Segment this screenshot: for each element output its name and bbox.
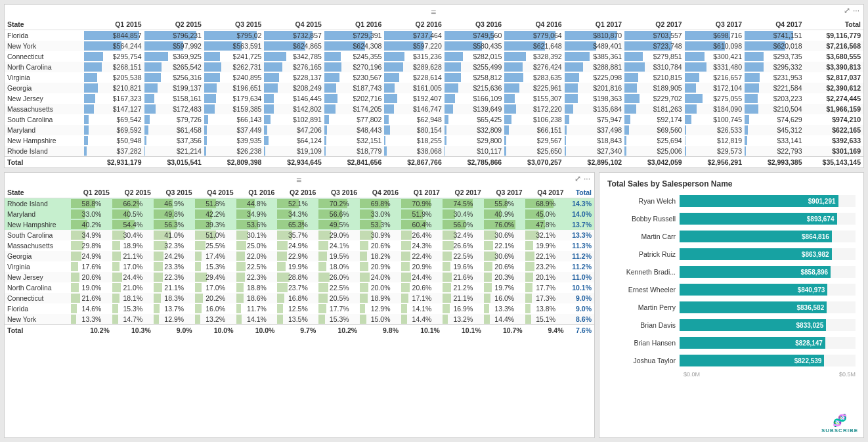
state-cell: Virginia — [5, 72, 84, 83]
more-icon-2[interactable]: ··· — [584, 174, 590, 183]
value-cell: $580,435 — [445, 41, 504, 51]
table-row[interactable]: South Carolina$69,542$79,726$66,143$102,… — [5, 114, 863, 125]
pct-cell: 17.3% — [525, 293, 567, 303]
state-cell: New Hampshire — [5, 135, 84, 146]
pct-cell: 16.0% — [484, 293, 525, 303]
expand-icon-2[interactable]: ⤢ — [575, 174, 581, 183]
top-table-container: State Q1 2015 Q2 2015 Q3 2015 Q4 2015 Q1… — [5, 19, 863, 167]
state-cell: Florida — [5, 30, 84, 41]
table-row[interactable]: Connecticut21.6%18.1%18.3%20.2%18.6%16.8… — [5, 293, 594, 303]
pct-cell: 41.0% — [154, 230, 195, 240]
pct-cell: 19.0% — [71, 282, 112, 293]
table-row[interactable]: Florida14.6%15.3%13.7%16.0%11.7%12.5%17.… — [5, 303, 594, 314]
col-q2-2016: Q2 2016 — [384, 19, 444, 30]
table-row[interactable]: Rhode Island58.8%66.2%46.9%51.8%44.8%52.… — [5, 198, 594, 210]
panel-handle-top[interactable]: ≡ — [5, 5, 863, 19]
table-row[interactable]: New Jersey$167,323$158,161$179,634$146,4… — [5, 93, 863, 104]
table-row[interactable]: New Hampshire$50,948$37,356$39,935$64,12… — [5, 135, 863, 146]
col-q4-2016: Q4 2016 — [504, 19, 564, 30]
value-cell: $810,870 — [565, 30, 624, 41]
value-cell: $276,424 — [504, 62, 564, 72]
chart-person-name: Martin Perry — [607, 303, 680, 311]
value-cell: $240,895 — [204, 72, 264, 83]
value-cell: $26,533 — [685, 125, 745, 135]
total-value: $2,785,866 — [445, 157, 504, 168]
total-cell: $3,680,555 — [804, 51, 863, 62]
value-cell: $215,636 — [445, 83, 504, 93]
bar-chart-rows: Ryan Welch$901,291Bobby Russell$893,674M… — [607, 194, 856, 368]
panel-handle-bottom[interactable]: ≡ — [5, 173, 594, 187]
pct-cell: 15.1% — [525, 314, 567, 325]
value-cell: $245,355 — [324, 51, 384, 62]
value-cell: $192,407 — [384, 93, 444, 104]
total-value: 10.0% — [236, 325, 278, 336]
pct-cell: 24.4% — [112, 272, 154, 282]
table-row[interactable]: South Carolina34.9%30.4%41.0%51.0%30.1%3… — [5, 230, 594, 240]
total-cell: $1,966,159 — [804, 104, 863, 114]
chart-person-name: Joshua Taylor — [607, 357, 680, 365]
bot-col-state: State — [5, 187, 71, 198]
pct-cell: 34.9% — [236, 209, 278, 219]
table-row[interactable]: Virginia17.6%17.0%23.3%15.3%22.5%19.9%18… — [5, 261, 594, 272]
total-pct-cell: 13.3% — [567, 230, 594, 240]
pct-cell: 13.3% — [71, 314, 112, 325]
value-cell: $203,223 — [745, 93, 804, 104]
table-row[interactable]: Virginia$205,538$256,316$240,895$228,137… — [5, 72, 863, 83]
value-cell: $37,282 — [84, 146, 144, 157]
pct-cell: 20.6% — [484, 261, 525, 272]
value-cell: $723,748 — [624, 41, 684, 51]
table-row[interactable]: Massachusetts$147,127$172,483$159,385$14… — [5, 104, 863, 114]
table-row[interactable]: Georgia$210,821$199,137$196,651$208,249$… — [5, 83, 863, 93]
state-cell: Massachusetts — [5, 104, 84, 114]
pct-cell: 20.9% — [360, 261, 401, 272]
table-row[interactable]: North Carolina19.0%21.0%21.1%17.0%18.8%2… — [5, 282, 594, 293]
pct-cell: 22.4% — [401, 251, 443, 261]
table-row[interactable]: Massachusetts29.8%18.9%32.3%25.5%25.0%24… — [5, 240, 594, 251]
total-pct-cell: 9.0% — [567, 303, 594, 314]
pct-cell: 30.9% — [360, 230, 401, 240]
table-row[interactable]: New Jersey20.6%24.4%22.3%29.4%22.3%28.8%… — [5, 272, 594, 282]
total-value: 10.0% — [195, 325, 236, 336]
total-pct-cell: 11.2% — [567, 251, 594, 261]
pct-cell: 51.9% — [401, 209, 443, 219]
total-cell: $974,210 — [804, 114, 863, 125]
pct-cell: 24.4% — [401, 272, 443, 282]
table-row[interactable]: Connecticut$295,754$369,925$241,725$342,… — [5, 51, 863, 62]
value-cell: $22,793 — [745, 146, 804, 157]
more-icon[interactable]: ··· — [853, 6, 859, 15]
pct-cell: 24.9% — [277, 240, 318, 251]
value-cell: $385,361 — [565, 51, 624, 62]
table-row[interactable]: New York13.3%14.7%12.9%13.2%14.1%13.5%15… — [5, 314, 594, 325]
pct-cell: 32.1% — [525, 230, 567, 240]
value-cell: $21,214 — [144, 146, 204, 157]
value-cell: $75,947 — [565, 114, 624, 125]
chart-row: Ryan Welch$901,291 — [607, 194, 856, 208]
total-cell: $622,165 — [804, 125, 863, 135]
pct-cell: 12.9% — [360, 303, 401, 314]
table-row[interactable]: Rhode Island$37,282$21,214$26,238$19,109… — [5, 146, 863, 157]
table-row[interactable]: Maryland33.0%40.5%49.8%42.2%34.9%34.3%56… — [5, 209, 594, 219]
table-row[interactable]: New Hampshire40.2%54.4%56.3%39.3%53.6%65… — [5, 219, 594, 230]
value-cell: $597,220 — [384, 41, 444, 51]
state-cell: Florida — [5, 303, 71, 314]
state-cell: New Jersey — [5, 272, 71, 282]
pct-cell: 19.9% — [525, 240, 567, 251]
total-value: $2,934,645 — [264, 157, 324, 168]
table-row[interactable]: Maryland$69,592$61,458$37,449$47,206$48,… — [5, 125, 863, 135]
expand-icon[interactable]: ⤢ — [844, 6, 850, 15]
table-row[interactable]: New York$564,244$597,992$563,591$624,865… — [5, 41, 863, 51]
pct-cell: 18.1% — [112, 293, 154, 303]
top-panel: ≡ ⤢ ··· State Q1 2015 Q2 2015 Q3 2015 Q4… — [4, 4, 864, 168]
value-cell: $796,231 — [144, 30, 204, 41]
table-row[interactable]: North Carolina$268,151$265,542$262,731$2… — [5, 62, 863, 72]
chart-bar: $863,982 — [680, 248, 832, 260]
pct-cell: 13.8% — [525, 303, 567, 314]
value-cell: $158,161 — [144, 93, 204, 104]
value-cell: $293,735 — [745, 51, 804, 62]
table-row[interactable]: Florida$844,857$796,231$795,02$732,857$7… — [5, 30, 863, 41]
chart-person-name: Martin Carr — [607, 232, 680, 240]
table-row[interactable]: Georgia24.9%21.1%24.2%17.4%22.0%22.9%19.… — [5, 251, 594, 261]
value-cell: $258,812 — [445, 72, 504, 83]
pct-cell: 56.3% — [154, 219, 195, 230]
value-cell: $50,948 — [84, 135, 144, 146]
